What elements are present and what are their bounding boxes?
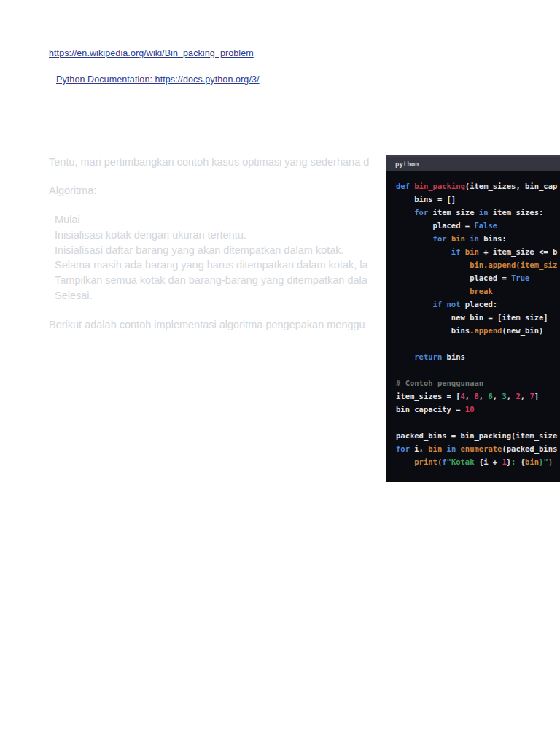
code-line: bins.append(new_bin) [396, 324, 560, 337]
algorithm-step: Selesai. [55, 288, 368, 303]
python-docs-link[interactable]: Python Documentation: https://docs.pytho… [56, 74, 260, 85]
language-label: python [395, 160, 419, 168]
code-line: placed = False [396, 219, 560, 232]
code-line: for item_size in item_sizes: [396, 206, 560, 219]
algorithm-heading: Algoritma: [49, 185, 96, 196]
algorithm-steps: MulaiInisialisasi kotak dengan ukuran te… [55, 212, 368, 303]
code-line [396, 416, 560, 429]
code-line: if bin + item_size <= b [396, 245, 560, 258]
code-panel-header: python [386, 155, 560, 171]
code-line: if not placed: [396, 298, 560, 311]
algorithm-step: Inisialisasi kotak dengan ukuran tertent… [55, 228, 368, 243]
code-line: item_sizes = [4, 8, 6, 3, 2, 7] [396, 390, 560, 403]
intro-paragraph: Tentu, mari pertimbangkan contoh kasus o… [49, 156, 369, 168]
document-page: https://en.wikipedia.org/wiki/Bin_packin… [0, 0, 560, 747]
algorithm-step: Tampilkan semua kotak dan barang-barang … [55, 273, 368, 288]
code-line: # Contoh penggunaan [396, 376, 560, 390]
code-line: bin_capacity = 10 [396, 403, 560, 416]
algorithm-step: Selama masih ada barang yang harus ditem… [55, 258, 368, 273]
code-panel: python def bin_packing(item_sizes, bin_c… [386, 155, 560, 482]
code-line [396, 337, 560, 350]
code-block: def bin_packing(item_sizes, bin_cap bins… [386, 171, 560, 468]
code-line: bin.append(item_siz [396, 258, 560, 271]
code-line: for i, bin in enumerate(packed_bins [396, 442, 560, 455]
code-line: bins = [] [396, 193, 560, 206]
code-line: break [396, 285, 560, 298]
code-line: return bins [396, 350, 560, 363]
code-line [396, 363, 560, 376]
code-line: print(f"Kotak {i + 1}: {bin}") [396, 455, 560, 468]
closing-paragraph: Berikut adalah contoh implementasi algor… [49, 319, 365, 330]
code-line: for bin in bins: [396, 232, 560, 245]
code-line: def bin_packing(item_sizes, bin_cap [396, 179, 560, 193]
algorithm-step: Inisialisasi daftar barang yang akan dit… [55, 243, 368, 258]
code-line: placed = True [396, 271, 560, 285]
code-line: packed_bins = bin_packing(item_size [396, 429, 560, 442]
wikipedia-link[interactable]: https://en.wikipedia.org/wiki/Bin_packin… [49, 48, 254, 58]
code-line: new_bin = [item_size] [396, 311, 560, 324]
algorithm-step: Mulai [55, 212, 368, 228]
